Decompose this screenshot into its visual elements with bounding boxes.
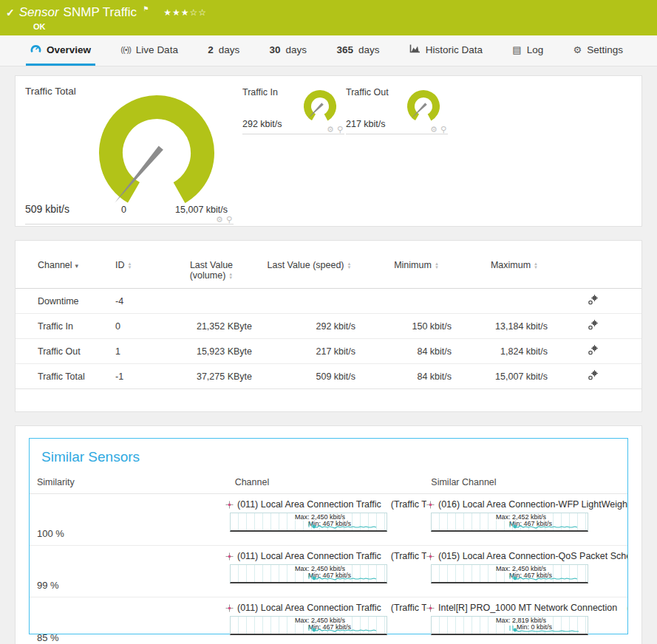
similar-sensor-row: 99 % (011) Local Area Connection Traffic… bbox=[30, 546, 627, 597]
gauge-pin-icon[interactable]: ⚲ bbox=[440, 125, 446, 134]
traffic-total-gauge bbox=[83, 94, 231, 205]
channel-cell: (011) Local Area Connection Traffic (Tra… bbox=[225, 494, 426, 545]
tab-label: Historic Data bbox=[426, 44, 483, 55]
sort-desc-icon: ▾ bbox=[75, 262, 79, 270]
similarity-value: 99 % bbox=[30, 546, 225, 597]
channel-name: Traffic In bbox=[16, 314, 115, 339]
channel-minigraph[interactable]: Max: 2,450 kbit/s Min: 467 kbit/s bbox=[230, 564, 387, 583]
similar-sensor-row: 100 % (011) Local Area Connection Traffi… bbox=[30, 494, 627, 546]
channel-link[interactable]: (011) Local Area Connection Traffic (Tra… bbox=[225, 551, 426, 561]
gauge-traffic-in: Traffic In 292 kbit/s ⚙⚲ bbox=[242, 86, 344, 134]
edit-channel-icon[interactable] bbox=[588, 372, 599, 383]
gauges-card: Traffic Total 509 kbit/s 0 15,007 kbit/s… bbox=[15, 75, 642, 227]
tab-label: Log bbox=[527, 44, 544, 55]
gauge-value: 509 kbit/s bbox=[25, 203, 93, 215]
gauge-scale-max: 15,007 kbit/s bbox=[175, 205, 228, 215]
channel-minigraph[interactable]: Max: 2,450 kbit/s Min: 467 kbit/s bbox=[431, 564, 588, 583]
broadcast-icon: ((•)) bbox=[120, 45, 131, 54]
tab-2-days[interactable]: 2 days bbox=[203, 35, 244, 66]
tab-live-data[interactable]: ((•)) Live Data bbox=[116, 35, 183, 66]
channel-link[interactable]: (015) Local Area Connection-QoS Packet S… bbox=[426, 551, 627, 561]
table-row-traffic-in: Traffic In 0 21,352 KByte 292 kbit/s 150… bbox=[16, 314, 641, 339]
edit-channel-icon[interactable] bbox=[588, 297, 599, 307]
col-header-minimum[interactable]: Minimum▲▼ bbox=[381, 256, 481, 289]
traffic-out-gauge bbox=[402, 87, 445, 127]
gauge-value: 292 kbit/s bbox=[242, 119, 282, 129]
channel-name: Downtime bbox=[16, 289, 115, 314]
tab-overview[interactable]: Overview bbox=[26, 35, 95, 66]
sensor-page: ✓ Sensor SNMP Traffic ⚑ ★★★☆☆ OK Overvie… bbox=[0, 0, 657, 644]
sort-icon: ▲▼ bbox=[534, 262, 538, 270]
sort-icon: ▲▼ bbox=[347, 262, 352, 270]
tab-label: Settings bbox=[587, 44, 623, 55]
similar-sensors-box: Similar Sensors Similarity Channel Simil… bbox=[29, 438, 628, 634]
edit-channel-icon[interactable] bbox=[588, 322, 599, 332]
gauge-settings-gear-icon[interactable]: ⚙ bbox=[327, 125, 334, 134]
move-icon bbox=[426, 552, 435, 561]
tab-settings[interactable]: ⚙ Settings bbox=[568, 35, 627, 66]
col-header-channel[interactable]: Channel▾ bbox=[16, 256, 115, 289]
move-icon bbox=[426, 604, 435, 612]
tab-30-days[interactable]: 30 days bbox=[265, 35, 312, 66]
table-row-traffic-out: Traffic Out 1 15,923 KByte 217 kbit/s 84… bbox=[16, 339, 641, 364]
col-header-maximum[interactable]: Maximum▲▼ bbox=[481, 256, 581, 289]
sort-icon: ▲▼ bbox=[435, 262, 439, 270]
similar-sensor-row: 85 % (011) Local Area Connection Traffic… bbox=[30, 597, 627, 644]
table-row-traffic-total: Traffic Total -1 37,275 KByte 509 kbit/s… bbox=[16, 364, 641, 389]
move-icon bbox=[225, 501, 234, 509]
tab-label: Live Data bbox=[136, 44, 178, 55]
gauge-value: 217 kbit/s bbox=[346, 119, 386, 129]
tab-label: Overview bbox=[47, 44, 91, 55]
move-icon bbox=[426, 501, 435, 509]
col-header-similar-channel: Similar Channel bbox=[431, 477, 627, 487]
priority-flag-icon[interactable]: ⚑ bbox=[143, 5, 149, 13]
channel-link[interactable]: (011) Local Area Connection Traffic (Tra… bbox=[225, 499, 426, 510]
channel-name: Traffic Total bbox=[16, 364, 115, 389]
col-header-similarity: Similarity bbox=[30, 477, 235, 487]
gauge-settings-gear-icon[interactable]: ⚙ bbox=[216, 215, 223, 224]
tab-365-days[interactable]: 365 days bbox=[332, 35, 384, 66]
tab-bar: Overview ((•)) Live Data 2 days 30 days … bbox=[0, 35, 657, 66]
channel-cell: (011) Local Area Connection Traffic (Tra… bbox=[225, 546, 426, 597]
traffic-in-gauge bbox=[299, 87, 341, 127]
similar-sensors-title: Similar Sensors bbox=[41, 449, 627, 465]
col-header-id[interactable]: ID▲▼ bbox=[115, 256, 171, 289]
channel-table: Channel▾ ID▲▼ Last Value (volume)▲▼ Last… bbox=[16, 256, 641, 389]
col-header-channel: Channel bbox=[235, 477, 432, 487]
col-header-last-value-volume[interactable]: Last Value (volume)▲▼ bbox=[171, 256, 263, 289]
move-icon bbox=[225, 552, 234, 561]
gauge-pin-icon[interactable]: ⚲ bbox=[337, 125, 343, 134]
gauge-traffic-total: Traffic Total 509 kbit/s 0 15,007 kbit/s… bbox=[25, 86, 234, 225]
tab-log[interactable]: ▤ Log bbox=[508, 35, 548, 66]
gauge-traffic-out: Traffic Out 217 kbit/s ⚙⚲ bbox=[346, 86, 448, 134]
status-badge: OK bbox=[33, 22, 650, 31]
similarity-value: 85 % bbox=[30, 597, 225, 644]
tab-historic-data[interactable]: Historic Data bbox=[405, 35, 487, 66]
channel-link[interactable]: (016) Local Area Connection-WFP LightWei… bbox=[426, 499, 627, 510]
sort-icon: ▲▼ bbox=[228, 273, 233, 280]
channel-link[interactable]: Intel[R] PRO_1000 MT Network Connection … bbox=[426, 603, 627, 613]
chart-icon bbox=[409, 44, 421, 55]
status-check-icon: ✓ bbox=[6, 7, 15, 18]
page-title: SNMP Traffic bbox=[64, 5, 137, 20]
sensor-header: ✓ Sensor SNMP Traffic ⚑ ★★★☆☆ OK bbox=[0, 0, 657, 35]
gear-icon: ⚙ bbox=[573, 44, 582, 55]
channel-table-card: Channel▾ ID▲▼ Last Value (volume)▲▼ Last… bbox=[15, 240, 642, 412]
sort-icon: ▲▼ bbox=[128, 262, 132, 270]
similar-channel-cell: (016) Local Area Connection-WFP LightWei… bbox=[426, 494, 627, 545]
priority-stars[interactable]: ★★★☆☆ bbox=[163, 7, 207, 18]
col-header-last-value-speed[interactable]: Last Value (speed)▲▼ bbox=[263, 256, 381, 289]
channel-cell: (011) Local Area Connection Traffic (Tra… bbox=[225, 597, 426, 644]
gauge-pin-icon[interactable]: ⚲ bbox=[226, 215, 232, 224]
channel-name: Traffic Out bbox=[16, 339, 115, 364]
gauge-settings-gear-icon[interactable]: ⚙ bbox=[430, 125, 438, 134]
sensor-type-label: Sensor bbox=[19, 5, 59, 20]
edit-channel-icon[interactable] bbox=[588, 347, 599, 357]
channel-link[interactable]: (011) Local Area Connection Traffic (Tra… bbox=[225, 603, 426, 613]
log-icon: ▤ bbox=[512, 44, 521, 55]
table-row-downtime: Downtime -4 bbox=[16, 289, 641, 314]
channel-minigraph[interactable]: Max: 2,450 kbit/s Min: 467 kbit/s bbox=[230, 616, 387, 635]
channel-minigraph[interactable]: Max: 2,450 kbit/s Min: 467 kbit/s bbox=[230, 513, 387, 532]
channel-minigraph[interactable]: Max: 2,819 kbit/s Min: 0 kbit/s bbox=[431, 616, 588, 635]
channel-minigraph[interactable]: Max: 2,452 kbit/s Min: 467 kbit/s bbox=[431, 513, 588, 532]
